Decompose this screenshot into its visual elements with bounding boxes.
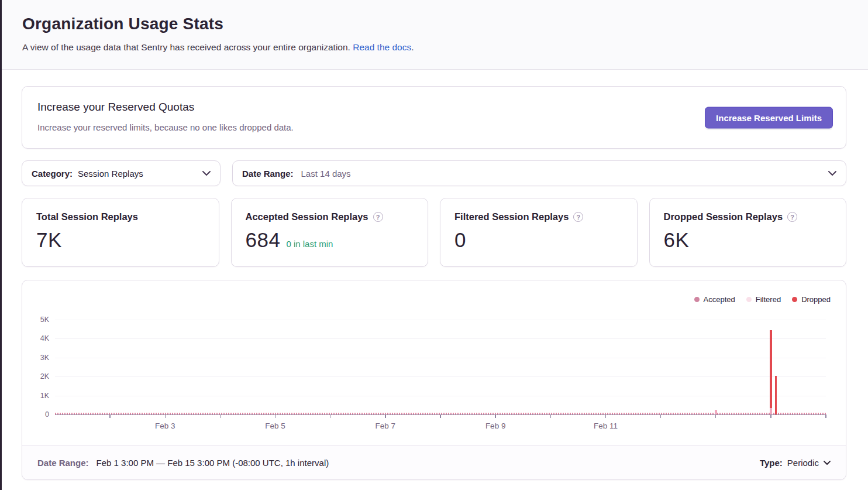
help-icon[interactable]: ?	[573, 212, 583, 222]
x-axis-tick	[275, 414, 275, 418]
x-axis-tick	[550, 414, 551, 418]
stat-card-total: Total Session Replays 7K	[22, 198, 219, 267]
stat-card-title: Filtered Session Replays	[454, 211, 569, 222]
stat-card-value: 684	[246, 228, 281, 252]
y-axis-tick-label: 1K	[40, 392, 49, 400]
stat-card-accepted: Accepted Session Replays ? 684 0 in last…	[231, 198, 429, 267]
page-title: Organization Usage Stats	[22, 15, 846, 33]
x-axis-tick	[220, 414, 221, 418]
category-filter[interactable]: Category: Session Replays	[22, 160, 221, 186]
x-axis-tick	[330, 414, 330, 418]
x-axis-tick	[660, 414, 661, 418]
footer-date-range-value: Feb 1 3:00 PM — Feb 15 3:00 PM (-08:00 U…	[97, 458, 329, 468]
y-axis-tick-label: 0	[45, 410, 49, 419]
x-axis-tick	[165, 414, 166, 418]
read-the-docs-link[interactable]: Read the docs	[353, 42, 411, 52]
filter-row: Category: Session Replays Date Range: La…	[22, 160, 846, 186]
category-filter-value: Session Replays	[78, 169, 143, 179]
x-axis-tick	[770, 414, 771, 418]
chart-footer: Date Range: Feb 1 3:00 PM — Feb 15 3:00 …	[22, 446, 846, 479]
dropped-bar-segment[interactable]	[770, 330, 772, 408]
date-range-filter-value: Last 14 days	[301, 169, 351, 179]
chart-type-selector[interactable]: Type: Periodic	[760, 458, 831, 468]
legend-dot-icon	[746, 297, 752, 302]
stat-card-filtered: Filtered Session Replays ? 0	[440, 198, 638, 267]
y-axis-tick-label: 5K	[40, 316, 49, 324]
page-subtitle-text: A view of the usage data that Sentry has…	[22, 42, 350, 52]
y-axis-tick-label: 3K	[40, 354, 49, 362]
x-axis-tick-label: Feb 11	[594, 422, 618, 430]
legend-label: Accepted	[704, 295, 735, 304]
x-axis-tick	[385, 414, 385, 418]
y-gridline	[55, 320, 826, 320]
x-axis-tick-label: Feb 9	[485, 422, 506, 430]
usage-chart-card: AcceptedFilteredDropped 01K2K3K4K5KFeb 3…	[22, 280, 846, 480]
stat-card-value: 0	[454, 228, 466, 252]
y-axis-tick-label: 4K	[40, 334, 49, 342]
stat-card-title: Dropped Session Replays	[664, 211, 783, 222]
y-gridline	[55, 338, 826, 339]
stat-card-live-rate: 0 in last min	[286, 239, 333, 249]
page-subtitle-period: .	[411, 42, 414, 52]
quota-banner: Increase your Reserved Quotas Increase y…	[22, 86, 846, 149]
x-axis-tick-label: Feb 7	[376, 422, 396, 430]
x-axis-tick	[495, 414, 495, 418]
x-axis-tick	[715, 414, 716, 418]
help-icon[interactable]: ?	[787, 212, 797, 222]
accepted-bar-segment[interactable]	[715, 410, 717, 414]
chart-legend: AcceptedFilteredDropped	[694, 295, 831, 304]
page-header: Organization Usage Stats A view of the u…	[0, 0, 868, 70]
left-edge-strip	[0, 0, 2, 490]
footer-date-range-label: Date Range:	[37, 458, 89, 468]
footer-type-label: Type:	[760, 458, 783, 468]
chevron-down-icon	[202, 171, 211, 176]
stat-card-dropped: Dropped Session Replays ? 6K	[649, 198, 847, 267]
main-content: Increase your Reserved Quotas Increase y…	[0, 70, 868, 480]
x-axis-tick-label: Feb 5	[265, 422, 285, 430]
legend-dot-icon	[694, 297, 700, 302]
legend-item-dropped[interactable]: Dropped	[792, 295, 831, 304]
y-gridline	[55, 376, 826, 377]
stat-card-row: Total Session Replays 7K Accepted Sessio…	[22, 198, 846, 267]
chart-footer-date-range: Date Range: Feb 1 3:00 PM — Feb 15 3:00 …	[37, 458, 329, 468]
chevron-down-icon	[828, 171, 836, 176]
y-axis-tick-label: 2K	[40, 372, 49, 381]
chevron-down-icon	[824, 461, 831, 465]
plot-area: 01K2K3K4K5KFeb 3Feb 5Feb 7Feb 9Feb 11	[55, 320, 826, 414]
date-range-filter[interactable]: Date Range: Last 14 days	[232, 160, 846, 186]
x-axis-tick	[440, 414, 440, 418]
stat-card-title: Accepted Session Replays	[246, 211, 368, 222]
legend-item-accepted[interactable]: Accepted	[694, 295, 735, 304]
y-gridline	[55, 396, 826, 396]
stat-card-value: 7K	[36, 228, 62, 252]
x-axis-tick-label: Feb 3	[155, 422, 175, 430]
stat-card-title: Total Session Replays	[36, 211, 138, 222]
legend-item-filtered[interactable]: Filtered	[746, 295, 781, 304]
accepted-bar-segment[interactable]	[770, 408, 772, 414]
legend-label: Filtered	[756, 295, 781, 304]
stat-card-value: 6K	[664, 228, 690, 252]
help-icon[interactable]: ?	[373, 212, 383, 222]
legend-label: Dropped	[801, 295, 831, 304]
x-axis-tick	[109, 414, 110, 418]
dropped-bar-segment[interactable]	[775, 376, 777, 414]
page-subtitle: A view of the usage data that Sentry has…	[22, 42, 846, 53]
date-range-filter-label: Date Range:	[242, 169, 294, 179]
increase-reserved-limits-button[interactable]: Increase Reserved Limits	[705, 107, 833, 128]
category-filter-label: Category:	[32, 169, 73, 179]
legend-dot-icon	[792, 297, 797, 302]
x-axis-tick	[825, 414, 826, 418]
footer-type-value: Periodic	[787, 458, 819, 468]
y-gridline	[55, 358, 826, 358]
x-axis-tick	[605, 414, 606, 418]
